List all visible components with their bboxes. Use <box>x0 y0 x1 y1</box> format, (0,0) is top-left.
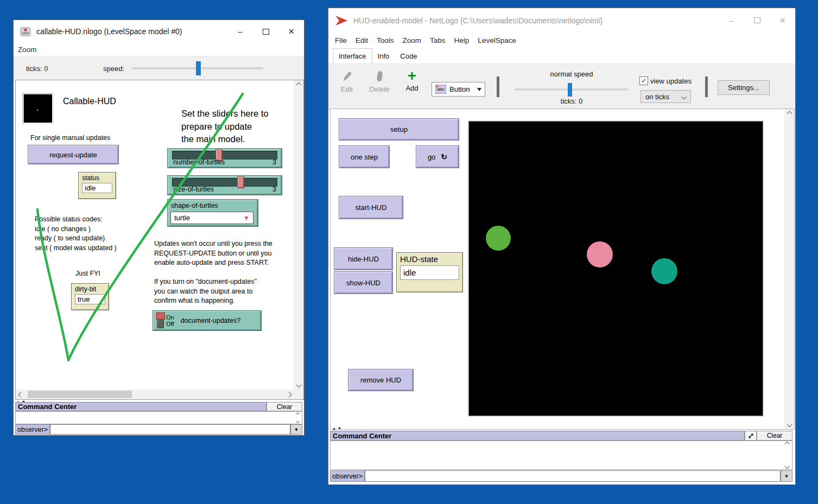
scrollbar-thumb[interactable] <box>28 391 132 398</box>
hud-state-label: HUD-state <box>400 254 459 264</box>
switch-knob[interactable] <box>156 312 165 320</box>
maximize-button[interactable] <box>253 20 278 43</box>
turtle-circle <box>587 241 613 267</box>
chooser-select[interactable]: turtle ▼ <box>170 212 253 224</box>
history-dropdown-button[interactable]: ▼ <box>290 424 302 435</box>
command-center-header[interactable]: Command Center <box>15 402 267 411</box>
toolbar-separator <box>497 76 499 97</box>
vertical-scrollbar[interactable] <box>784 109 794 429</box>
delete-tool[interactable]: Delete <box>364 69 395 93</box>
tab-code[interactable]: Code <box>395 49 422 63</box>
command-input[interactable] <box>50 424 290 435</box>
menu-file[interactable]: File <box>331 36 351 44</box>
dirty-bit-value: true <box>75 294 105 304</box>
hud-state-value: idle <box>400 265 459 280</box>
eraser-icon <box>373 69 386 84</box>
maximize-icon <box>754 17 760 23</box>
menu-zoom[interactable]: Zoom <box>398 36 426 44</box>
tab-info[interactable]: Info <box>372 49 395 63</box>
pencil-icon <box>340 69 353 84</box>
left-interface-canvas: Callable-HUD For single manual updates r… <box>15 80 304 400</box>
command-center-title: Command Center <box>333 432 391 440</box>
size-of-turtles-slider[interactable]: size-of-turtles 3 <box>167 175 282 195</box>
note-sliders: Set the sliders here to prepare to updat… <box>181 107 269 146</box>
expand-icon[interactable] <box>745 431 757 441</box>
normal-speed-label: normal speed <box>515 70 629 78</box>
edit-tool[interactable]: Edit <box>332 69 362 93</box>
view-updates-label: view updates <box>650 77 692 85</box>
right-titlebar[interactable]: HUD-enabled-model - NetLogo {C:\Users\wa… <box>328 8 795 33</box>
add-label: Add <box>405 84 418 92</box>
show-hud-button[interactable]: show-HUD <box>334 271 393 294</box>
number-of-turtles-slider[interactable]: number-of-turtles 3 <box>167 148 282 168</box>
observer-prompt: observer> <box>330 470 365 482</box>
maximize-icon <box>263 29 269 35</box>
command-center-header[interactable]: Command Center <box>330 431 745 441</box>
close-button[interactable]: ✕ <box>278 20 304 43</box>
dirty-bit-label: dirty-bit <box>75 285 105 293</box>
menu-tabs[interactable]: Tabs <box>426 36 450 44</box>
setup-button[interactable]: setup <box>339 118 459 141</box>
close-button[interactable]: ✕ <box>770 8 795 33</box>
chooser-label: shape-of-turtles <box>171 202 218 209</box>
note-status-codes: Possible status codes: idle ( no changes… <box>35 215 117 253</box>
minimize-button[interactable]: – <box>719 8 744 33</box>
output-scroll-down-icon[interactable] <box>784 464 790 469</box>
tab-interface[interactable]: Interface <box>333 48 372 64</box>
document-updates-switch[interactable]: On Off document-updates? <box>153 310 262 331</box>
turtle-dot <box>37 110 38 111</box>
scroll-up-icon[interactable] <box>784 109 794 118</box>
dirty-bit-monitor: dirty-bit true <box>71 283 109 310</box>
slider-label: number-of-turtles <box>173 158 225 166</box>
model-view[interactable] <box>468 121 763 416</box>
settings-button[interactable]: Settings... <box>718 80 770 95</box>
switch-on-label: On <box>166 314 174 321</box>
one-step-button[interactable]: one step <box>339 145 390 168</box>
clear-button[interactable]: Clear <box>757 431 792 441</box>
left-titlebar[interactable]: callable-HUD.nlogo (LevelSpace model #0)… <box>14 20 304 43</box>
output-scroll-down-icon[interactable] <box>295 419 299 423</box>
go-button[interactable]: go ↻ <box>416 145 459 168</box>
clear-button[interactable]: Clear <box>267 402 302 411</box>
hide-hud-button[interactable]: hide-HUD <box>334 247 393 270</box>
remove-hud-button[interactable]: remove HUD <box>348 369 414 391</box>
maximize-button[interactable] <box>744 8 770 33</box>
speed-slider-thumb[interactable] <box>568 83 572 97</box>
slider-label: size-of-turtles <box>173 186 214 193</box>
command-center-output[interactable] <box>15 411 302 424</box>
menu-edit[interactable]: Edit <box>351 36 372 44</box>
interface-toolbar: Edit Delete + Add abc Button norm <box>328 63 795 110</box>
right-menubar: File Edit Tools Zoom Tabs Help LevelSpac… <box>328 33 795 48</box>
toolbar-separator <box>705 76 708 97</box>
turtle-circle <box>486 226 511 251</box>
left-menubar: Zoom <box>14 43 304 56</box>
model-title: Callable-HUD <box>63 97 116 106</box>
minimize-button[interactable]: – <box>227 20 253 43</box>
scroll-down-icon[interactable] <box>294 380 303 390</box>
menu-levelspace[interactable]: LevelSpace <box>473 36 521 44</box>
history-dropdown-button[interactable]: ▼ <box>781 470 792 482</box>
request-update-button[interactable]: request-update <box>28 145 119 164</box>
splitter-handle[interactable]: ▲▼ <box>332 426 343 430</box>
add-tool[interactable]: + Add <box>397 69 427 92</box>
horizontal-scrollbar[interactable] <box>16 390 294 399</box>
command-center-output[interactable] <box>330 441 792 470</box>
speed-slider-thumb[interactable] <box>196 61 201 75</box>
menu-help[interactable]: Help <box>450 36 474 44</box>
scroll-left-icon[interactable] <box>16 390 26 399</box>
widget-type-dropdown[interactable]: abc Button <box>432 82 485 97</box>
view-updates-checkbox[interactable]: ✓ <box>639 76 648 85</box>
command-input[interactable] <box>365 470 781 482</box>
vertical-scrollbar[interactable] <box>294 80 303 390</box>
switch-slot[interactable] <box>157 313 164 328</box>
output-scroll-up-icon[interactable] <box>784 442 790 447</box>
output-scroll-up-icon[interactable] <box>295 412 299 416</box>
scroll-down-icon[interactable] <box>784 420 794 429</box>
scroll-right-icon[interactable] <box>284 390 294 399</box>
menu-tools[interactable]: Tools <box>372 36 398 44</box>
shape-of-turtles-chooser[interactable]: shape-of-turtles turtle ▼ <box>167 199 258 227</box>
start-hud-button[interactable]: start-HUD <box>339 196 403 219</box>
menu-zoom[interactable]: Zoom <box>14 46 41 54</box>
scroll-up-icon[interactable] <box>294 80 303 90</box>
update-mode-dropdown[interactable]: on ticks <box>641 90 691 103</box>
